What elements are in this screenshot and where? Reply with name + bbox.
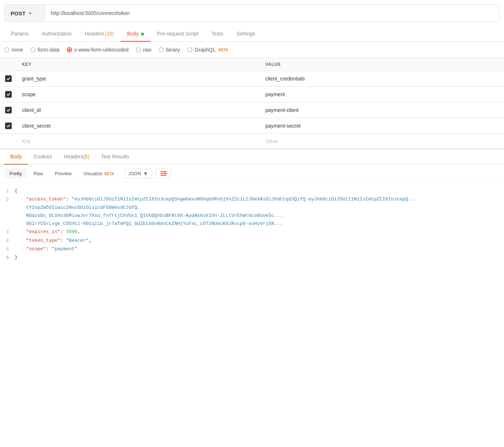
tab-prerequest[interactable]: Pre-request Script	[151, 26, 205, 42]
radio-none[interactable]: none	[4, 47, 23, 53]
key-client-id[interactable]: client_id	[17, 102, 260, 118]
line-num-2c	[0, 212, 15, 212]
radio-form-data[interactable]: form-data	[30, 47, 60, 53]
line-num-3: 3	[0, 228, 15, 236]
radio-circle-urlencoded	[67, 47, 72, 52]
wrap-button[interactable]	[156, 168, 171, 179]
col-checkbox	[0, 58, 17, 71]
line-content-2b: tY2xpZW50Iiwic2NvcGUiOlsicGF5bWVudCJdfQ.	[15, 204, 504, 212]
format-select-value: JSON	[128, 171, 141, 176]
key-client-secret[interactable]: client_secret	[17, 118, 260, 134]
checkbox-client-secret[interactable]	[5, 123, 12, 129]
line-num-2: 2	[0, 195, 15, 204]
radio-circle-binary	[159, 47, 164, 52]
response-tab-cookies[interactable]: Cookies	[28, 149, 58, 165]
radio-x-www-form-urlencoded[interactable]: x-www-form-urlencoded	[67, 47, 129, 53]
line-num-6: 6	[0, 253, 15, 262]
json-line-2d: 0GlrYCGrLvgk_C9SnCl-6O1qlib_jr7aTmFQl_GU…	[0, 220, 504, 228]
method-selector[interactable]: POST ▼	[5, 5, 45, 22]
format-select-chevron: ▼	[143, 171, 148, 176]
line-content-5: "scope": "payment"	[15, 245, 504, 253]
key-scope[interactable]: scope	[17, 87, 260, 102]
method-chevron: ▼	[29, 11, 32, 15]
body-type-row: none form-data x-www-form-urlencoded raw…	[0, 42, 504, 58]
line-num-1: 1	[0, 187, 15, 195]
radio-binary[interactable]: binary	[159, 47, 180, 53]
table-row: client_secret payment-secret	[0, 118, 504, 134]
empty-key-placeholder[interactable]: Key	[17, 134, 260, 149]
response-tabs: Body Cookies Headers(6) Test Results	[0, 149, 504, 165]
format-tab-pretty[interactable]: Pretty	[4, 169, 27, 179]
url-bar: POST ▼	[4, 4, 500, 22]
response-headers-badge: (6)	[83, 154, 89, 159]
line-num-2d	[0, 220, 15, 220]
table-row: client_id payment-client	[0, 102, 504, 118]
radio-label-binary: binary	[166, 47, 180, 53]
line-content-4: "token_type": "Bearer",	[15, 237, 504, 245]
radio-circle-graphql	[187, 47, 192, 52]
line-content-2: "access_token": "eyJhbGciOiJSUzI1NiIsImt…	[15, 195, 504, 203]
response-tab-headers[interactable]: Headers(6)	[58, 149, 95, 165]
tab-body[interactable]: Body	[121, 26, 151, 42]
tab-authorization[interactable]: Authorization	[35, 26, 78, 42]
key-grant-type[interactable]: grant_type	[17, 71, 260, 87]
radio-label-form-data: form-data	[38, 47, 60, 53]
radio-circle-form-data	[30, 47, 35, 52]
graphql-beta-badge: BETA	[219, 48, 228, 52]
value-client-id[interactable]: payment-client	[260, 102, 504, 118]
radio-circle-none	[4, 47, 10, 52]
tab-params[interactable]: Params	[4, 26, 35, 42]
col-key-header: KEY	[17, 58, 260, 71]
line-num-5: 5	[0, 245, 15, 253]
line-content-2d: 0GlrYCGrLvgk_C9SnCl-6O1qlib_jr7aTmFQl_GU…	[15, 220, 504, 228]
params-table: KEY VALUE grant_type client_credentials	[0, 58, 504, 149]
table-row-empty: Key Value	[0, 134, 504, 149]
json-line-2b: tY2xpZW50Iiwic2NvcGUiOlsicGF5bWVudCJdfQ.	[0, 204, 504, 212]
response-headers-label: Headers	[64, 154, 83, 159]
json-line-4: 4 "token_type": "Bearer",	[0, 237, 504, 245]
line-content-2c: NOazoDc_OLS4o36MluwJvr7XsU_fnfrtjChVUs1_…	[15, 212, 504, 220]
line-content-1: {	[15, 187, 504, 195]
line-num-4: 4	[0, 237, 15, 245]
empty-value-placeholder[interactable]: Value	[260, 134, 504, 149]
radio-label-graphql: GraphQL	[194, 47, 216, 53]
line-num-2b	[0, 204, 15, 204]
radio-graphql[interactable]: GraphQL BETA	[187, 47, 228, 53]
checkbox-scope[interactable]	[5, 91, 12, 98]
response-tab-body[interactable]: Body	[4, 149, 28, 165]
checkbox-client-id[interactable]	[5, 107, 12, 113]
tab-headers-label: Headers	[85, 31, 104, 37]
table-row: scope payment	[0, 87, 504, 102]
format-tab-visualize[interactable]: Visualize BETA	[78, 169, 119, 179]
value-grant-type[interactable]: client_credentials	[260, 71, 504, 87]
json-viewer: 1 { 2 "access_token": "eyJhbGciOiJSUzI1N…	[0, 183, 504, 266]
tab-headers[interactable]: Headers(10)	[78, 26, 121, 42]
json-line-1: 1 {	[0, 187, 504, 195]
response-section: Body Cookies Headers(6) Test Results Pre…	[0, 149, 504, 266]
method-label: POST	[11, 10, 26, 16]
radio-label-urlencoded: x-www-form-urlencoded	[74, 47, 129, 53]
line-content-6: }	[15, 253, 504, 262]
tab-body-label: Body	[127, 31, 139, 37]
line-content-3: "expires_in": 3600,	[15, 228, 504, 236]
response-toolbar: Pretty Raw Preview Visualize BETA JSON ▼	[0, 165, 504, 183]
visualize-beta: BETA	[105, 172, 114, 176]
tab-tests[interactable]: Tests	[205, 26, 230, 42]
json-line-2c: NOazoDc_OLS4o36MluwJvr7XsU_fnfrtjChVUs1_…	[0, 212, 504, 220]
response-tab-test-results[interactable]: Test Results	[95, 149, 135, 165]
format-tab-raw[interactable]: Raw	[29, 169, 48, 179]
body-dot	[141, 33, 144, 35]
request-tabs: Params Authorization Headers(10) Body Pr…	[0, 26, 504, 42]
json-line-2: 2 "access_token": "eyJhbGciOiJSUzI1NiIsI…	[0, 195, 504, 204]
radio-label-raw: raw	[143, 47, 152, 53]
json-line-3: 3 "expires_in": 3600,	[0, 228, 504, 236]
tab-settings[interactable]: Settings	[230, 26, 262, 42]
radio-raw[interactable]: raw	[136, 47, 152, 53]
radio-circle-raw	[136, 47, 141, 52]
format-tab-preview[interactable]: Preview	[50, 169, 77, 179]
value-client-secret[interactable]: payment-secret	[260, 118, 504, 134]
format-select[interactable]: JSON ▼	[124, 169, 152, 179]
checkbox-grant-type[interactable]	[5, 75, 12, 82]
url-input[interactable]	[45, 10, 499, 16]
value-scope[interactable]: payment	[260, 87, 504, 102]
